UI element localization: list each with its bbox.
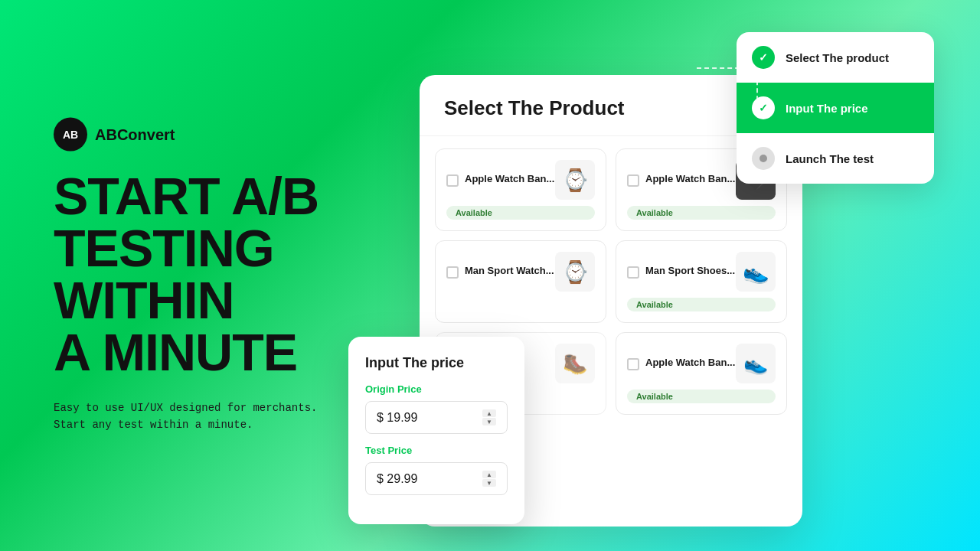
- product-img-4: 👟: [736, 252, 776, 292]
- test-price-label: Test Price: [365, 445, 508, 456]
- step-item-2[interactable]: ✓ Input The price: [737, 83, 934, 133]
- step-label-1: Select The product: [786, 51, 889, 64]
- step-label-2: Input The price: [786, 102, 868, 115]
- origin-price-value: $ 19.99: [377, 411, 417, 425]
- origin-stepper-up[interactable]: ▲: [482, 409, 496, 417]
- product-badge-2: Available: [627, 206, 776, 220]
- hero-title: START A/BTESTINGWITHINA MINUTE: [54, 170, 352, 378]
- product-name-1: Apple Watch Ban...: [465, 173, 554, 186]
- test-price-input[interactable]: $ 29.99 ▲ ▼: [365, 462, 508, 495]
- product-img-3: ⌚: [555, 252, 595, 292]
- step-label-3: Launch The test: [786, 152, 874, 165]
- product-img-5: 🥾: [555, 344, 595, 383]
- step-check-icon-2: ✓: [759, 102, 768, 114]
- product-badge-4: Available: [627, 298, 776, 311]
- product-name-3: Man Sport Watch...: [465, 265, 554, 278]
- step-item-1[interactable]: ✓ Select The product: [737, 32, 934, 83]
- product-badge-1: Available: [446, 206, 595, 220]
- price-card-title: Input The price: [365, 355, 508, 371]
- product-name-4: Man Sport Shoes...: [645, 265, 735, 278]
- origin-price-input[interactable]: $ 19.99 ▲ ▼: [365, 401, 508, 434]
- product-checkbox-4[interactable]: [627, 266, 639, 279]
- logo-name: ABConvert: [95, 126, 175, 143]
- logo-icon: AB: [54, 118, 87, 152]
- product-checkbox-2[interactable]: [627, 174, 639, 187]
- product-img-6: 👟: [736, 344, 776, 383]
- product-card-1[interactable]: Apple Watch Ban... ⌚ Available: [435, 148, 606, 231]
- product-img-1: ⌚: [555, 160, 595, 200]
- origin-price-stepper[interactable]: ▲ ▼: [482, 409, 496, 425]
- product-checkbox-6[interactable]: [627, 358, 639, 370]
- logo-area: AB ABConvert: [54, 118, 352, 152]
- hero-subtitle: Easy to use UI/UX designed for merchants…: [54, 399, 352, 434]
- price-card: Input The price Origin Price $ 19.99 ▲ ▼…: [348, 337, 524, 524]
- product-checkbox-3[interactable]: [446, 266, 459, 279]
- step-circle-1: ✓: [752, 46, 775, 69]
- test-price-value: $ 29.99: [377, 472, 417, 486]
- origin-price-label: Origin Price: [365, 383, 508, 395]
- product-card-6[interactable]: Apple Watch Ban... 👟 Available: [616, 332, 787, 415]
- left-section: AB ABConvert START A/BTESTINGWITHINA MIN…: [54, 118, 352, 434]
- steps-panel: ✓ Select The product ✓ Input The price L…: [737, 32, 934, 184]
- test-stepper-down[interactable]: ▼: [482, 479, 496, 487]
- product-card-4[interactable]: Man Sport Shoes... 👟 Available: [616, 240, 787, 323]
- step-item-3[interactable]: Launch The test: [737, 133, 934, 184]
- product-card-3[interactable]: Man Sport Watch... ⌚: [435, 240, 606, 323]
- test-price-stepper[interactable]: ▲ ▼: [482, 471, 496, 487]
- product-name-6: Apple Watch Ban...: [645, 357, 735, 370]
- test-stepper-up[interactable]: ▲: [482, 471, 496, 478]
- deco-line-1: [697, 67, 758, 113]
- step-circle-3: [752, 147, 775, 170]
- step-check-icon-1: ✓: [759, 51, 768, 64]
- origin-stepper-down[interactable]: ▼: [482, 418, 496, 425]
- product-name-2: Apple Watch Ban...: [645, 173, 735, 186]
- product-checkbox-1[interactable]: [446, 174, 459, 187]
- product-badge-6: Available: [627, 390, 776, 403]
